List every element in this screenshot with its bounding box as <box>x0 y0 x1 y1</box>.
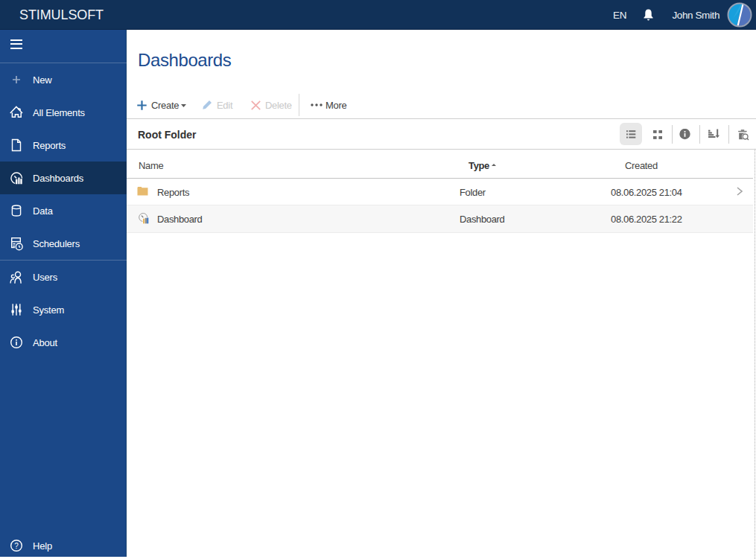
svg-text:?: ? <box>14 542 19 550</box>
